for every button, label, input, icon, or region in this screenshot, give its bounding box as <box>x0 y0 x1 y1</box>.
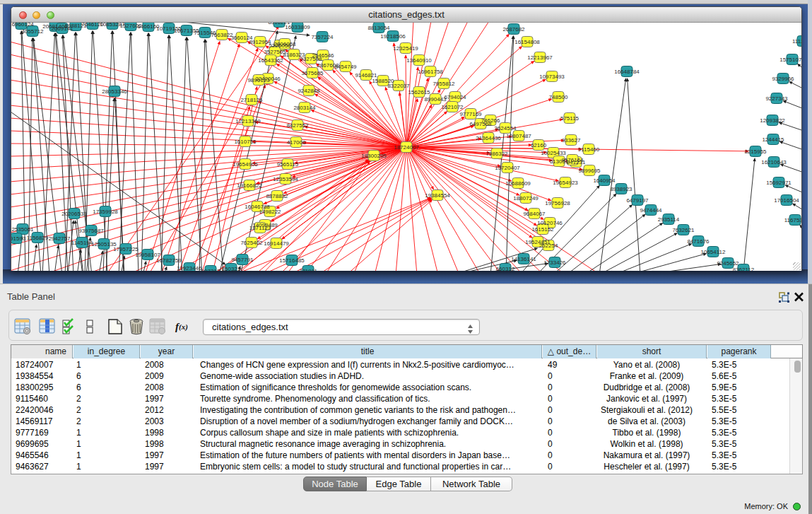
svg-text:8454749: 8454749 <box>334 64 357 70</box>
svg-text:746266: 746266 <box>481 117 500 124</box>
svg-text:1498222: 1498222 <box>259 209 281 215</box>
svg-text:14136141: 14136141 <box>511 256 536 262</box>
svg-text:10973493: 10973493 <box>539 74 565 80</box>
svg-text:15720407: 15720407 <box>495 165 520 171</box>
svg-text:28053346: 28053346 <box>102 88 127 95</box>
svg-text:16210643: 16210643 <box>761 159 787 165</box>
svg-text:660312: 660312 <box>496 266 515 271</box>
svg-text:10807487: 10807487 <box>506 133 531 139</box>
svg-text:10120746: 10120746 <box>537 220 563 226</box>
svg-text:7632621: 7632621 <box>672 227 695 233</box>
svg-text:2935114: 2935114 <box>658 216 680 223</box>
svg-text:9227343: 9227343 <box>765 95 788 102</box>
svg-text:16154808: 16154808 <box>514 39 540 45</box>
svg-text:7955812: 7955812 <box>433 81 455 87</box>
svg-text:9457791: 9457791 <box>231 257 254 263</box>
svg-text:16033809: 16033809 <box>285 24 310 30</box>
svg-text:771911: 771911 <box>299 268 318 271</box>
svg-text:9777169: 9777169 <box>459 111 482 117</box>
svg-text:1145194: 1145194 <box>71 240 93 246</box>
svg-text:991593: 991593 <box>11 235 26 242</box>
svg-text:2687682: 2687682 <box>502 26 525 33</box>
svg-text:16782759: 16782759 <box>156 257 182 264</box>
svg-text:8471676: 8471676 <box>687 238 710 245</box>
svg-text:2942757: 2942757 <box>48 235 71 242</box>
svg-text:12213369: 12213369 <box>235 118 261 124</box>
svg-text:8362112: 8362112 <box>733 267 755 271</box>
svg-text:12093822: 12093822 <box>760 117 785 124</box>
svg-text:2535061: 2535061 <box>11 226 34 233</box>
svg-text:15751074: 15751074 <box>779 57 801 63</box>
svg-text:748500: 748500 <box>549 94 568 100</box>
svg-text:7357224: 7357224 <box>311 34 334 40</box>
svg-text:575115: 575115 <box>560 115 579 122</box>
svg-text:17359928: 17359928 <box>93 209 118 215</box>
svg-text:19654905: 19654905 <box>233 161 258 168</box>
svg-text:19218506: 19218506 <box>380 33 406 40</box>
svg-text:8427552: 8427552 <box>286 122 309 129</box>
svg-text:12213967: 12213967 <box>527 54 553 61</box>
svg-text:252254: 252254 <box>539 243 558 249</box>
svg-text:15716485: 15716485 <box>279 257 305 264</box>
svg-text:13640910: 13640910 <box>406 57 432 64</box>
svg-text:8813054: 8813054 <box>367 25 390 31</box>
svg-text:(x): (x) <box>179 322 188 332</box>
svg-text:4055712: 4055712 <box>21 28 44 35</box>
svg-text:18300295: 18300295 <box>361 153 387 159</box>
svg-text:2803144: 2803144 <box>293 105 316 111</box>
svg-text:9115460: 9115460 <box>578 146 600 153</box>
svg-text:417006: 417006 <box>287 139 306 146</box>
svg-text:8878832: 8878832 <box>266 193 288 199</box>
svg-text:16961758: 16961758 <box>418 69 443 75</box>
svg-text:16914479: 16914479 <box>264 240 289 247</box>
svg-text:8322037: 8322037 <box>387 83 410 89</box>
svg-text:19384554: 19384554 <box>425 192 450 199</box>
svg-text:12325419: 12325419 <box>393 45 418 52</box>
svg-text:18807249: 18807249 <box>513 195 539 201</box>
svg-text:62160: 62160 <box>531 142 547 148</box>
svg-text:10688609: 10688609 <box>505 180 531 187</box>
svg-text:1610755: 1610755 <box>234 139 257 145</box>
svg-text:6479197: 6479197 <box>626 197 649 204</box>
svg-text:10025433: 10025433 <box>541 150 566 156</box>
svg-text:6794024: 6794024 <box>444 94 466 100</box>
svg-text:1871123: 1871123 <box>249 225 271 231</box>
svg-text:1621072: 1621072 <box>441 104 464 110</box>
svg-text:12353594: 12353594 <box>273 176 298 182</box>
svg-text:8938923: 8938923 <box>610 186 632 192</box>
svg-text:3675685: 3675685 <box>301 70 324 76</box>
svg-text:1167533: 1167533 <box>784 217 801 223</box>
svg-text:19654923: 19654923 <box>553 180 578 186</box>
svg-text:1733426: 1733426 <box>543 259 566 266</box>
svg-text:19756928: 19756928 <box>545 200 570 206</box>
svg-text:1640954: 1640954 <box>593 177 616 184</box>
svg-text:9329966: 9329966 <box>772 76 794 82</box>
svg-text:16960124: 16960124 <box>11 23 34 28</box>
svg-text:907312: 907312 <box>201 268 220 271</box>
svg-text:933627: 933627 <box>562 137 581 144</box>
svg-text:7986322: 7986322 <box>486 151 508 157</box>
svg-text:7663822: 7663822 <box>211 32 233 38</box>
svg-text:9896123: 9896123 <box>247 77 270 83</box>
svg-text:7625402: 7625402 <box>240 240 263 246</box>
svg-text:2806058: 2806058 <box>273 41 296 47</box>
svg-text:10654112: 10654112 <box>701 249 726 255</box>
svg-text:18724007: 18724007 <box>394 144 419 151</box>
svg-text:8912954: 8912954 <box>249 39 271 45</box>
svg-text:1615152: 1615152 <box>531 226 554 233</box>
svg-text:19166822: 19166822 <box>237 182 262 189</box>
svg-text:1244415: 1244415 <box>762 136 784 143</box>
svg-text:93975687: 93975687 <box>78 228 104 234</box>
svg-text:9899695: 9899695 <box>578 168 601 174</box>
svg-text:20206533: 20206533 <box>61 211 87 217</box>
svg-text:8215955: 8215955 <box>744 148 767 155</box>
svg-text:2718126: 2718126 <box>240 97 263 103</box>
svg-text:8990443: 8990443 <box>424 96 447 103</box>
svg-text:1112061: 1112061 <box>792 38 801 45</box>
svg-text:9684067: 9684067 <box>523 211 546 217</box>
svg-text:2546546: 2546546 <box>312 52 334 59</box>
svg-text:11923446: 11923446 <box>177 265 203 271</box>
svg-text:9245652: 9245652 <box>717 260 739 267</box>
svg-text:3624554: 3624554 <box>494 125 517 132</box>
svg-text:17016504: 17016504 <box>774 197 799 204</box>
